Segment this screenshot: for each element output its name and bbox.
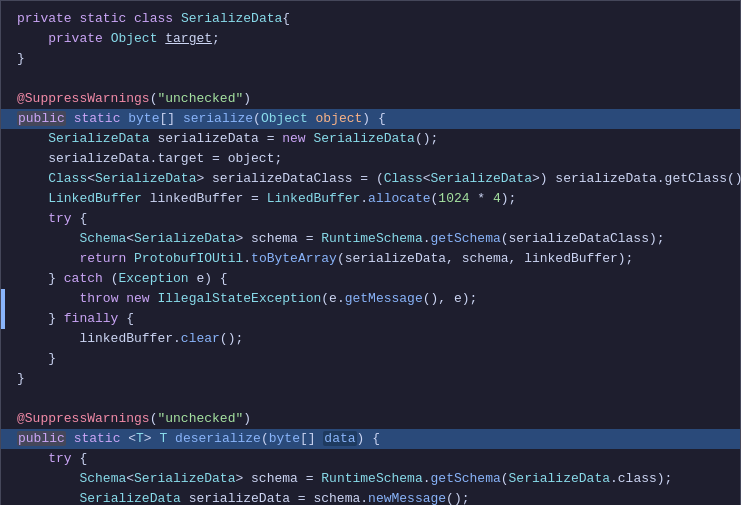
line-text: try { [5,449,736,469]
line-text: } [5,349,736,369]
code-line: SerializeData serializeData = schema.new… [1,489,740,505]
code-line: LinkedBuffer linkedBuffer = LinkedBuffer… [1,189,740,209]
line-text: serializeData.target = object; [5,149,736,169]
code-line: private Object target; [1,29,740,49]
line-text: SerializeData serializeData = new Serial… [5,129,736,149]
code-line: Schema<SerializeData> schema = RuntimeSc… [1,469,740,489]
code-line: private static class SerializeData{ [1,9,740,29]
code-line: try { [1,209,740,229]
code-line: serializeData.target = object; [1,149,740,169]
code-line: } catch (Exception e) { [1,269,740,289]
line-indicator [1,389,5,409]
code-line: Schema<SerializeData> schema = RuntimeSc… [1,229,740,249]
line-text: Schema<SerializeData> schema = RuntimeSc… [5,469,736,489]
code-line: @SuppressWarnings("unchecked") [1,89,740,109]
line-text: return ProtobufIOUtil.toByteArray(serial… [5,249,736,269]
line-text: LinkedBuffer linkedBuffer = LinkedBuffer… [5,189,736,209]
line-text: } [5,369,736,389]
code-line: @SuppressWarnings("unchecked") [1,409,740,429]
code-line: throw new IllegalStateException(e.getMes… [1,289,740,309]
code-line: try { [1,449,740,469]
code-line: linkedBuffer.clear(); [1,329,740,349]
code-line: SerializeData serializeData = new Serial… [1,129,740,149]
code-line: public static <T> T deserialize(byte[] d… [1,429,740,449]
line-text: try { [5,209,736,229]
line-text: @SuppressWarnings("unchecked") [5,409,736,429]
line-text: @SuppressWarnings("unchecked") [5,89,736,109]
code-line: return ProtobufIOUtil.toByteArray(serial… [1,249,740,269]
code-line: } finally { [1,309,740,329]
code-line: } [1,49,740,69]
line-text: } catch (Exception e) { [5,269,736,289]
line-text: } [5,49,736,69]
code-line [1,69,740,89]
line-text: Class<SerializeData> serializeDataClass … [5,169,741,189]
line-text: throw new IllegalStateException(e.getMes… [5,289,736,309]
code-line: Class<SerializeData> serializeDataClass … [1,169,740,189]
code-line [1,389,740,409]
line-text: SerializeData serializeData = schema.new… [5,489,736,505]
line-text: linkedBuffer.clear(); [5,329,736,349]
code-line: } [1,369,740,389]
line-text: private Object target; [5,29,736,49]
line-text: private static class SerializeData{ [5,9,736,29]
line-text: public static <T> T deserialize(byte[] d… [5,429,736,449]
line-text: public static byte[] serialize(Object ob… [5,109,736,129]
code-line: public static byte[] serialize(Object ob… [1,109,740,129]
code-line: } [1,349,740,369]
line-text: } finally { [5,309,736,329]
code-editor: private static class SerializeData{ priv… [0,0,741,505]
line-text: Schema<SerializeData> schema = RuntimeSc… [5,229,736,249]
line-indicator [1,69,5,89]
